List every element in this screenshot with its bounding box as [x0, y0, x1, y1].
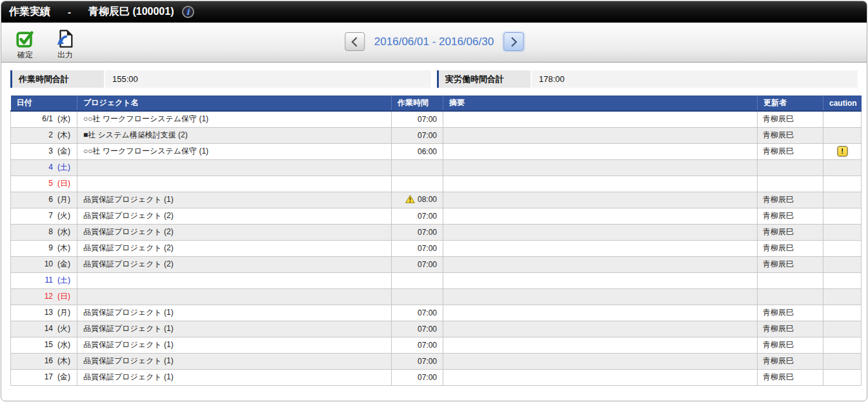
date-weekday: (金)	[57, 259, 70, 270]
project-cell	[77, 288, 392, 305]
table-row[interactable]: 3(金) ○○社 ワークフローシステム保守 (1) 06:00 青柳辰巳 !	[11, 143, 862, 159]
table-row[interactable]: 13(月) 品質保証プロジェクト (1) 07:00 青柳辰巳	[11, 305, 862, 321]
project-cell	[77, 272, 392, 288]
table-row[interactable]: 2(木) ■社 システム構築検討支援 (2) 07:00 青柳辰巳	[11, 127, 862, 143]
date-cell: 13(月)	[11, 305, 77, 321]
date-weekday: (木)	[57, 356, 70, 367]
date-number: 14	[37, 324, 53, 333]
date-range-label[interactable]: 2016/06/01 - 2016/06/30	[374, 35, 494, 48]
table-row[interactable]: 7(火) 品質保証プロジェクト (2) 07:00 青柳辰巳	[11, 208, 862, 224]
time-cell: 07:00	[392, 305, 443, 321]
date-weekday: (土)	[57, 275, 70, 286]
time-text: 07:00	[418, 325, 437, 334]
table-row[interactable]: 5(日)	[11, 176, 862, 192]
table-row[interactable]: 6(月) 品質保証プロジェクト (1) 08:00 青柳辰巳	[11, 192, 862, 208]
caution-cell	[823, 159, 862, 176]
note-cell	[443, 111, 758, 127]
caution-cell	[823, 369, 862, 385]
date-weekday: (水)	[57, 226, 70, 237]
table-row[interactable]: 9(木) 品質保証プロジェクト (2) 07:00 青柳辰巳	[11, 240, 862, 256]
output-button-label: 出力	[57, 50, 73, 61]
warning-icon	[405, 195, 415, 205]
table-row[interactable]: 6/1(水) ○○社 ワークフローシステム保守 (1) 07:00 青柳辰巳	[11, 111, 862, 127]
title-separator: -	[68, 6, 71, 17]
date-number: 7	[37, 211, 53, 220]
table-row[interactable]: 4(土)	[11, 159, 862, 176]
date-weekday: (火)	[57, 210, 70, 221]
table-header-row: 日付 プロジェクト名 作業時間 摘要 更新者 caution	[11, 95, 862, 111]
column-header-caution: caution	[823, 95, 862, 111]
table-row[interactable]: 11(土)	[11, 272, 862, 288]
user-name: 青柳辰巳 (100001)	[88, 5, 174, 19]
time-text: 07:00	[418, 131, 437, 140]
date-cell: 10(金)	[11, 256, 77, 272]
caution-cell	[823, 192, 862, 208]
date-weekday: (日)	[57, 291, 70, 302]
note-cell	[443, 143, 758, 159]
note-cell	[443, 272, 758, 288]
date-number: 16	[37, 356, 53, 365]
table-row[interactable]: 15(水) 品質保証プロジェクト (1) 07:00 青柳辰巳	[11, 337, 862, 353]
date-cell: 8(水)	[11, 224, 77, 240]
project-cell: ○○社 ワークフローシステム保守 (1)	[77, 111, 392, 127]
project-cell: 品質保証プロジェクト (2)	[77, 256, 392, 272]
date-weekday: (水)	[57, 339, 70, 350]
note-cell	[443, 337, 758, 353]
confirm-button[interactable]: 確定	[10, 27, 40, 62]
work-time-total-label: 作業時間合計	[12, 70, 105, 88]
project-cell: 品質保証プロジェクト (1)	[77, 369, 392, 385]
prev-month-button[interactable]	[345, 32, 365, 51]
project-cell: 品質保証プロジェクト (2)	[77, 208, 392, 224]
project-cell: 品質保証プロジェクト (1)	[77, 337, 392, 353]
updater-cell	[758, 272, 823, 288]
output-document-icon	[56, 28, 75, 49]
date-cell: 6/1(水)	[11, 111, 77, 127]
table-row[interactable]: 12(日)	[11, 288, 862, 305]
date-navigator: 2016/06/01 - 2016/06/30	[345, 32, 523, 51]
caution-cell	[823, 208, 862, 224]
table-row[interactable]: 8(水) 品質保証プロジェクト (2) 07:00 青柳辰巳	[11, 224, 862, 240]
date-weekday: (木)	[57, 130, 70, 141]
confirm-button-label: 確定	[17, 50, 33, 61]
next-month-button[interactable]	[503, 32, 523, 51]
time-cell	[392, 272, 443, 288]
date-number: 10	[37, 259, 53, 268]
date-weekday: (土)	[57, 162, 70, 173]
table-row[interactable]: 16(木) 品質保証プロジェクト (1) 07:00 青柳辰巳	[11, 353, 862, 369]
caution-cell	[823, 353, 862, 369]
info-icon[interactable]: i	[182, 6, 194, 18]
table-row[interactable]: 14(火) 品質保証プロジェクト (1) 07:00 青柳辰巳	[11, 321, 862, 337]
updater-cell: 青柳辰巳	[758, 369, 823, 385]
note-cell	[443, 288, 758, 305]
project-cell: ○○社 ワークフローシステム保守 (1)	[77, 143, 392, 159]
time-cell: 07:00	[392, 111, 443, 127]
time-cell: 07:00	[392, 208, 443, 224]
date-cell: 4(土)	[11, 159, 77, 176]
updater-cell: 青柳辰巳	[758, 321, 823, 337]
date-weekday: (月)	[57, 194, 70, 205]
date-weekday: (水)	[57, 114, 70, 125]
date-weekday: (月)	[57, 307, 70, 318]
caution-icon[interactable]: !	[837, 146, 848, 157]
date-number: 5	[37, 179, 53, 188]
updater-cell	[758, 176, 823, 192]
date-cell: 12(日)	[11, 288, 77, 305]
output-button[interactable]: 出力	[50, 27, 80, 62]
actual-time-total-label: 実労働時間合計	[439, 70, 532, 88]
table-row[interactable]: 10(金) 品質保証プロジェクト (2) 07:00 青柳辰巳	[11, 256, 862, 272]
caution-cell: !	[823, 143, 862, 159]
date-weekday: (金)	[57, 146, 70, 157]
note-cell	[443, 224, 758, 240]
date-cell: 7(火)	[11, 208, 77, 224]
worklog-table: 日付 プロジェクト名 作業時間 摘要 更新者 caution 6/1(水) ○○…	[10, 95, 862, 386]
table-row[interactable]: 17(金) 品質保証プロジェクト (1) 07:00 青柳辰巳	[11, 369, 862, 385]
time-cell: 07:00	[392, 256, 443, 272]
time-text: 07:00	[418, 357, 437, 366]
column-header-time: 作業時間	[392, 95, 443, 111]
note-cell	[443, 192, 758, 208]
note-cell	[443, 321, 758, 337]
date-number: 13	[37, 308, 53, 317]
time-cell	[392, 288, 443, 305]
chevron-left-icon	[345, 33, 364, 51]
time-text: 07:00	[418, 115, 437, 124]
